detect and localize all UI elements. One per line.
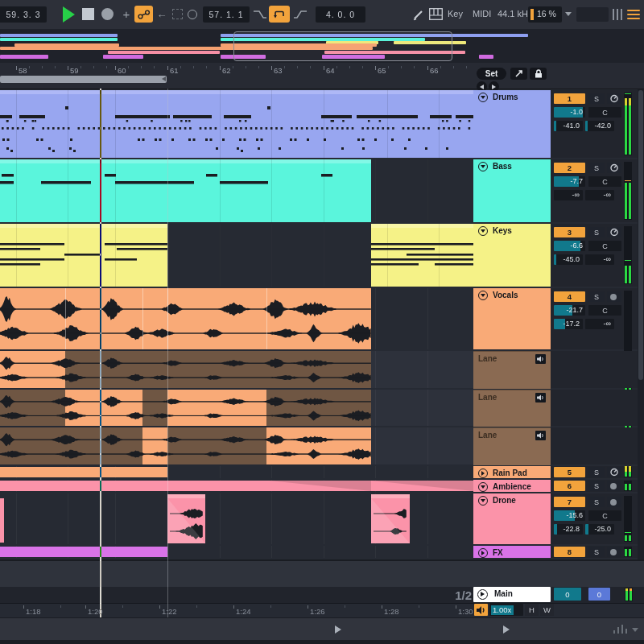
solo-button[interactable]: S bbox=[588, 227, 605, 237]
send-a-slider[interactable]: -45.0 bbox=[554, 254, 583, 265]
clip-lane-rain-pad[interactable] bbox=[0, 466, 473, 478]
vertical-scrollbar[interactable] bbox=[638, 89, 644, 559]
arm-record-button[interactable] bbox=[607, 227, 621, 237]
clip-lane-drone[interactable] bbox=[0, 493, 473, 544]
clip-preview-play-button[interactable] bbox=[335, 625, 341, 634]
arm-record-button[interactable] bbox=[607, 467, 621, 477]
main-pan-box[interactable]: 0 bbox=[588, 588, 610, 601]
track-header-fx[interactable]: FX bbox=[473, 546, 551, 558]
audition-speaker-button[interactable] bbox=[474, 604, 488, 616]
track-header-drone[interactable]: Drone bbox=[473, 493, 551, 544]
punch-in-icon[interactable] bbox=[253, 10, 267, 19]
overview-view-box[interactable] bbox=[233, 31, 452, 61]
clip-drone-1[interactable] bbox=[167, 494, 205, 543]
track-number-button[interactable]: 6 bbox=[554, 481, 585, 491]
arm-record-button[interactable] bbox=[607, 497, 621, 507]
reenable-automation-button[interactable]: ← bbox=[155, 6, 168, 23]
fold-track-button[interactable] bbox=[478, 469, 488, 478]
clip-lane-vocal-lane-3[interactable] bbox=[0, 427, 473, 464]
mini-meter-icon[interactable] bbox=[612, 623, 630, 636]
track-number-button[interactable]: 5 bbox=[554, 467, 585, 477]
solo-button[interactable]: S bbox=[588, 481, 605, 491]
clip-drone-2[interactable] bbox=[371, 494, 410, 543]
lane-audition-button[interactable] bbox=[535, 431, 546, 440]
set-locator-button[interactable]: Set bbox=[477, 68, 506, 80]
fold-track-button[interactable] bbox=[478, 482, 488, 492]
lane-header-vocal-lane-3[interactable]: Lane bbox=[473, 427, 551, 465]
computer-midi-keyboard-icon[interactable] bbox=[429, 8, 443, 20]
volume-slider[interactable]: -21.7 bbox=[554, 305, 585, 316]
track-header-vocals[interactable]: Vocals bbox=[473, 288, 551, 349]
loop-brace[interactable] bbox=[0, 76, 167, 83]
send-b-slider[interactable]: -∞ bbox=[585, 190, 614, 200]
clip-lane-vocals[interactable] bbox=[0, 288, 473, 349]
clip-lane-fx[interactable] bbox=[0, 546, 473, 558]
send-b-slider[interactable]: -42.0 bbox=[585, 121, 614, 131]
fold-track-button[interactable] bbox=[478, 548, 488, 558]
pan-dial[interactable]: C bbox=[588, 107, 621, 118]
main-volume-box[interactable]: 0 bbox=[554, 588, 581, 601]
clip-lane-ambience[interactable] bbox=[0, 480, 473, 492]
fold-track-button[interactable] bbox=[478, 291, 488, 300]
loop-button[interactable] bbox=[269, 6, 290, 23]
arm-record-button[interactable] bbox=[607, 291, 621, 302]
pan-dial[interactable]: C bbox=[588, 510, 621, 521]
volume-slider[interactable]: -6.6 bbox=[554, 241, 585, 251]
fold-track-button[interactable] bbox=[478, 226, 488, 236]
fold-track-button[interactable] bbox=[478, 93, 488, 102]
send-a-slider[interactable]: -∞ bbox=[554, 190, 583, 200]
track-header-drums[interactable]: Drums bbox=[473, 90, 551, 158]
clip-lane-bass[interactable] bbox=[0, 159, 473, 222]
volume-slider[interactable]: -1.0 bbox=[554, 107, 585, 118]
clip-lane-vocal-lane-2[interactable] bbox=[0, 390, 473, 426]
pan-dial[interactable]: C bbox=[588, 176, 621, 187]
zoom-diagonal-button[interactable] bbox=[510, 68, 527, 80]
solo-button[interactable]: S bbox=[588, 497, 605, 507]
track-number-button[interactable]: 4 bbox=[554, 291, 585, 302]
volume-slider[interactable]: -7.7 bbox=[554, 176, 585, 187]
send-b-slider[interactable]: -∞ bbox=[585, 254, 614, 265]
cpu-dropdown-caret[interactable] bbox=[565, 12, 572, 16]
clip-drone-sliver[interactable] bbox=[0, 498, 4, 543]
track-header-bass[interactable]: Bass bbox=[473, 159, 551, 222]
volume-slider[interactable]: -15.6 bbox=[554, 510, 585, 521]
playback-speed-box[interactable]: 1.00x bbox=[489, 604, 523, 616]
arm-record-button[interactable] bbox=[607, 93, 621, 104]
send-b-slider[interactable]: -25.0 bbox=[585, 524, 614, 535]
arm-record-button[interactable] bbox=[607, 163, 621, 173]
track-header-keys[interactable]: Keys bbox=[473, 224, 551, 287]
arrangement-position-display[interactable]: 59. 3. 3 bbox=[0, 6, 47, 23]
meter-dropdown-caret[interactable] bbox=[632, 628, 638, 632]
loop-length-display[interactable]: 4. 0. 0 bbox=[316, 6, 365, 23]
record-button[interactable] bbox=[101, 8, 114, 20]
track-number-button[interactable]: 3 bbox=[554, 227, 585, 237]
lock-button[interactable] bbox=[530, 68, 547, 80]
arm-record-button[interactable] bbox=[607, 547, 621, 557]
solo-button[interactable]: S bbox=[588, 467, 605, 477]
track-number-button[interactable]: 1 bbox=[554, 93, 585, 104]
draw-mode-pencil-icon[interactable] bbox=[412, 8, 425, 21]
clip-width-button[interactable]: W bbox=[540, 604, 554, 616]
cpu-meter[interactable]: 16 % bbox=[528, 6, 562, 23]
send-a-slider[interactable]: -17.2 bbox=[554, 319, 583, 329]
track-number-button[interactable]: 7 bbox=[554, 497, 585, 507]
lane-header-vocal-lane-1[interactable]: Lane bbox=[473, 351, 551, 389]
arm-record-button[interactable] bbox=[607, 481, 621, 491]
track-number-button[interactable]: 8 bbox=[554, 547, 585, 557]
clip-fx[interactable] bbox=[0, 547, 167, 557]
add-locator-button[interactable]: + bbox=[120, 6, 133, 23]
solo-button[interactable]: S bbox=[588, 291, 605, 302]
clip-height-button[interactable]: H bbox=[525, 604, 539, 616]
pan-dial[interactable]: C bbox=[588, 305, 621, 316]
key-map-button[interactable]: Key bbox=[448, 9, 463, 19]
track-number-button[interactable]: 2 bbox=[554, 163, 585, 173]
lane-header-vocal-lane-2[interactable]: Lane bbox=[473, 390, 551, 427]
solo-button[interactable]: S bbox=[588, 163, 605, 173]
mixer-lines-icon[interactable] bbox=[612, 8, 623, 21]
track-header-rain-pad[interactable]: Rain Pad bbox=[473, 466, 551, 478]
send-b-slider[interactable]: -∞ bbox=[585, 319, 614, 329]
send-a-slider[interactable]: -22.8 bbox=[554, 524, 583, 535]
lane-audition-button[interactable] bbox=[535, 354, 546, 364]
clip-rain-pad[interactable] bbox=[0, 467, 167, 477]
beat-time-ruler[interactable]: 585960616263646566 bbox=[0, 63, 644, 89]
